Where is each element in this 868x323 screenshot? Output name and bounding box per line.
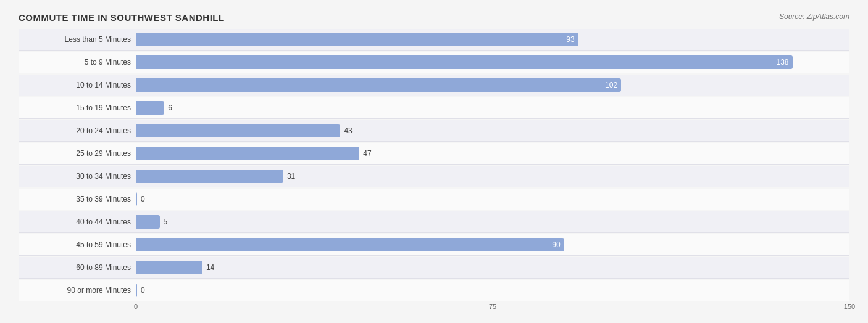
bar-container: 6 xyxy=(136,99,849,117)
bar-row: 30 to 34 Minutes31 xyxy=(19,166,849,187)
bar-label: 15 to 19 Minutes xyxy=(19,104,136,112)
bar-row: 5 to 9 Minutes138 xyxy=(19,52,849,73)
bar-container: 0 xyxy=(136,190,849,208)
bar: 93 xyxy=(136,33,578,46)
bar-value: 5 xyxy=(164,218,168,226)
bar-label: 40 to 44 Minutes xyxy=(19,218,136,226)
bar: 6 xyxy=(136,101,164,115)
bar: 102 xyxy=(136,78,621,92)
bar-value: 14 xyxy=(206,263,214,272)
bar-row: 20 to 24 Minutes43 xyxy=(19,120,849,142)
bar-container: 31 xyxy=(136,168,849,185)
bar-row: 40 to 44 Minutes5 xyxy=(19,211,849,233)
chart-title: COMMUTE TIME IN SOUTHWEST SANDHILL xyxy=(19,12,849,23)
bar-value: 0 xyxy=(141,286,145,295)
x-axis-tick: 75 xyxy=(489,303,496,310)
bars-container: Less than 5 Minutes935 to 9 Minutes13810… xyxy=(19,29,849,301)
bar-row: 15 to 19 Minutes6 xyxy=(19,97,849,119)
bar-value: 6 xyxy=(168,104,172,112)
bar-row: 90 or more Minutes0 xyxy=(19,280,849,301)
bar-row: 45 to 59 Minutes90 xyxy=(19,234,849,256)
bar-value: 138 xyxy=(776,58,788,67)
bar-container: 93 xyxy=(136,31,849,48)
bar-label: Less than 5 Minutes xyxy=(19,35,136,44)
bar-label: 35 to 39 Minutes xyxy=(19,195,136,203)
bar: 31 xyxy=(136,170,283,183)
bar-container: 47 xyxy=(136,145,849,162)
bar-value: 102 xyxy=(605,81,617,89)
chart-area: Less than 5 Minutes935 to 9 Minutes13810… xyxy=(19,29,849,315)
bar: 138 xyxy=(136,55,793,69)
bar: 47 xyxy=(136,147,359,160)
bar-value: 0 xyxy=(141,195,145,203)
bar-value: 93 xyxy=(566,35,574,44)
bar-container: 14 xyxy=(136,259,849,276)
bar: 43 xyxy=(136,124,340,137)
bar-row: 35 to 39 Minutes0 xyxy=(19,189,849,210)
x-axis-tick: 0 xyxy=(134,303,138,310)
x-axis: 075150 xyxy=(136,303,849,315)
bar-row: Less than 5 Minutes93 xyxy=(19,29,849,51)
bar-container: 90 xyxy=(136,236,849,253)
bar-label: 90 or more Minutes xyxy=(19,286,136,295)
bar-row: 25 to 29 Minutes47 xyxy=(19,143,849,165)
bar: 5 xyxy=(136,215,160,229)
bar-label: 5 to 9 Minutes xyxy=(19,58,136,67)
bar-container: 5 xyxy=(136,213,849,231)
bar-label: 30 to 34 Minutes xyxy=(19,172,136,181)
bar-container: 43 xyxy=(136,122,849,139)
bar-label: 20 to 24 Minutes xyxy=(19,126,136,135)
x-axis-tick: 150 xyxy=(844,303,855,310)
bar: 0 xyxy=(136,192,137,206)
bar-container: 0 xyxy=(136,282,849,299)
bar-label: 45 to 59 Minutes xyxy=(19,240,136,249)
bar-value: 90 xyxy=(552,240,560,249)
bar-label: 60 to 89 Minutes xyxy=(19,263,136,272)
source-label: Source: ZipAtlas.com xyxy=(779,12,849,21)
bar: 14 xyxy=(136,261,202,274)
bar-row: 60 to 89 Minutes14 xyxy=(19,257,849,279)
bar-container: 138 xyxy=(136,54,849,71)
bar-value: 47 xyxy=(363,149,371,158)
bar-value: 43 xyxy=(344,126,352,135)
bar-container: 102 xyxy=(136,76,849,94)
bar-label: 10 to 14 Minutes xyxy=(19,81,136,89)
bar: 0 xyxy=(136,284,137,297)
bar-row: 10 to 14 Minutes102 xyxy=(19,75,849,96)
bar: 90 xyxy=(136,238,564,251)
bar-label: 25 to 29 Minutes xyxy=(19,149,136,158)
bar-value: 31 xyxy=(287,172,295,181)
